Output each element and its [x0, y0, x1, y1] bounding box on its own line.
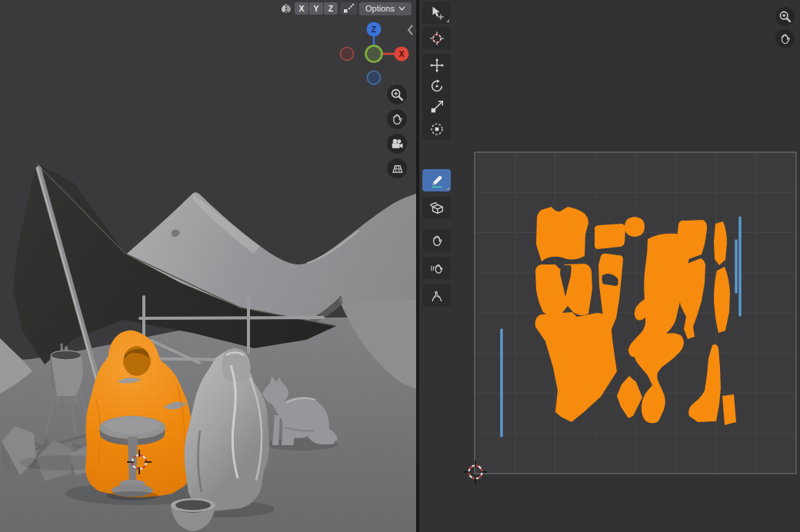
- uv-island-strip-right-upper[interactable]: [714, 221, 727, 265]
- 3d-viewport[interactable]: X Y Z Options Z: [0, 0, 416, 532]
- options-label: Options: [365, 4, 395, 13]
- uv-island-jacket[interactable]: [536, 207, 588, 261]
- uv-editor[interactable]: [419, 0, 800, 532]
- tool-grab[interactable]: [422, 229, 451, 251]
- magnifier-plus-icon: [388, 86, 405, 103]
- mirror-icon[interactable]: [280, 2, 292, 15]
- scale-tool-icon: [428, 98, 445, 115]
- zoom-button[interactable]: [387, 85, 407, 105]
- gizmo-x-label: X: [398, 49, 404, 58]
- tool-rotate[interactable]: [422, 75, 451, 97]
- hand-icon: [778, 32, 792, 46]
- move-tool-icon: [428, 57, 445, 74]
- uv-pan-button[interactable]: [775, 29, 795, 48]
- rip-region-box-icon: [428, 200, 445, 217]
- pan-button[interactable]: [387, 109, 407, 129]
- uv-island-small-rect[interactable]: [595, 224, 625, 249]
- tool-move[interactable]: [422, 54, 451, 76]
- gizmo-y-axis[interactable]: [366, 46, 382, 62]
- cursor-tool-icon: [428, 30, 445, 47]
- grid-projection-icon: [389, 161, 405, 176]
- pinch-hand-icon: [429, 288, 445, 304]
- gizmo-z-neg-axis[interactable]: [368, 71, 381, 85]
- uv-island-chip[interactable]: [722, 394, 736, 425]
- tool-cursor[interactable]: [422, 27, 451, 49]
- orientation-gizmo[interactable]: Z X: [336, 18, 413, 89]
- uv-canvas[interactable]: [419, 0, 800, 532]
- grab-hand-icon: [429, 233, 445, 248]
- proportional-editing-button[interactable]: [340, 2, 357, 15]
- tool-transform[interactable]: [422, 118, 451, 140]
- camera-icon: [389, 136, 405, 151]
- projection-toggle-button[interactable]: [387, 158, 407, 178]
- rotate-tool-icon: [428, 78, 445, 95]
- uv-zoom-button[interactable]: [775, 7, 795, 26]
- hand-icon: [389, 111, 405, 127]
- gizmo-x-neg-axis[interactable]: [341, 48, 354, 61]
- chevron-down-icon: [398, 6, 405, 11]
- mirror-x-button[interactable]: X: [295, 2, 308, 15]
- sidebar-collapse-arrow[interactable]: [406, 24, 414, 36]
- tool-relax[interactable]: [422, 257, 451, 279]
- viewport-nav-buttons: [387, 85, 407, 178]
- tweak-tool-icon: [428, 5, 445, 22]
- submenu-indicator: [446, 19, 449, 22]
- uv-nav-buttons: [775, 7, 795, 48]
- camera-view-button[interactable]: [387, 134, 407, 154]
- options-dropdown[interactable]: Options: [359, 2, 412, 15]
- tool-settings-header: X Y Z Options: [280, 2, 412, 15]
- mirror-z-button[interactable]: Z: [324, 2, 338, 15]
- transform-tool-icon: [428, 121, 445, 138]
- annotate-pencil-icon: [428, 172, 445, 189]
- uv-toolbar: [422, 0, 451, 532]
- gizmo-z-label: Z: [372, 25, 377, 34]
- tool-rip-region[interactable]: [422, 197, 451, 219]
- tool-tweak[interactable]: [422, 2, 451, 24]
- submenu-indicator: [446, 187, 449, 190]
- tool-scale[interactable]: [422, 95, 451, 118]
- relax-hand-icon: [429, 261, 445, 276]
- tool-annotate[interactable]: [422, 169, 451, 191]
- proportional-falloff-icon: [342, 3, 355, 14]
- mirror-y-button[interactable]: Y: [309, 2, 323, 15]
- blender-window: X Y Z Options Z: [0, 0, 800, 532]
- magnifier-plus-icon: [777, 8, 793, 25]
- uv-island-head-circle[interactable]: [625, 217, 645, 237]
- tool-pinch[interactable]: [422, 284, 451, 307]
